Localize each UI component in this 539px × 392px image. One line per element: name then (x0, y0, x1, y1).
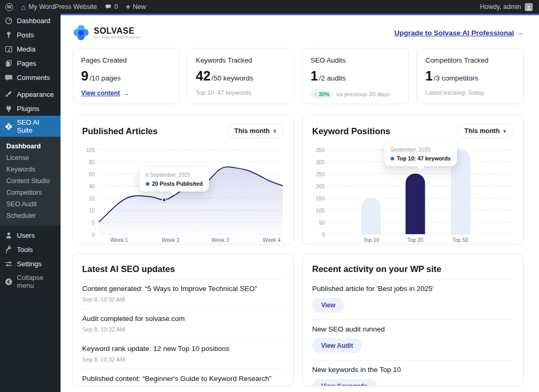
person-icon (525, 4, 532, 11)
update-text: Audit completed for solvase.com (82, 315, 284, 323)
x-axis-tick: Week 3 (211, 237, 229, 243)
recent-activity-card: Recent activity on your WP site Publishe… (302, 253, 524, 386)
sidebar-item-label: SEO AI Suite (17, 118, 56, 134)
submenu-item-keywords[interactable]: Keywords (0, 164, 61, 175)
update-list-item: Published content: “Beginner's Guide to … (82, 369, 284, 386)
stat-card-seo-audits: SEO Audits 1 /2 audits ↑ 30% vs previous… (302, 48, 409, 104)
new-label: New (133, 3, 146, 11)
sidebar-item-tools[interactable]: Tools (0, 243, 61, 257)
sidebar-item-pages[interactable]: Pages (0, 56, 61, 71)
comments-count: 0 (114, 3, 118, 11)
stat-suffix: /3 competitors (434, 74, 478, 82)
view-audit-button[interactable]: View Audit (312, 338, 362, 353)
sidebar-item-label: Pages (17, 59, 36, 67)
submenu-item-license[interactable]: License (0, 152, 61, 164)
sidebar-item-comments[interactable]: Comments (0, 71, 61, 85)
wp-admin-sidebar: Dashboard Posts Media Pages Comments App… (0, 14, 61, 392)
x-axis-tick: Week 2 (162, 237, 179, 243)
series-dot-icon (391, 157, 394, 160)
activity-list-item: New keywords in the Top 10 View Keywords (312, 360, 514, 386)
comment-bubble-icon (4, 73, 13, 82)
gauge-icon (4, 16, 13, 25)
site-name-link[interactable]: ⌂ My WordPress Website (21, 3, 97, 11)
keyword-positions-chart-card: Keyword Positions This month ∨ 350 300 2… (302, 115, 524, 245)
submenu-item-content-studio[interactable]: Content Studio (0, 175, 61, 187)
view-button[interactable]: View (312, 298, 344, 313)
sidebar-item-seo-ai-suite[interactable]: SEO AI Suite (0, 116, 61, 137)
pushpin-icon (4, 31, 13, 39)
bar-top-10[interactable] (362, 198, 381, 234)
submenu-item-dashboard[interactable]: Dashboard (0, 140, 61, 152)
view-keywords-button[interactable]: View Keywords (312, 379, 376, 386)
update-list-item: Audit completed for solvase.com Sep 8, 1… (82, 309, 284, 339)
y-axis-tick: 10 (89, 208, 95, 214)
sidebar-item-label: Tools (17, 246, 33, 254)
activity-list-item: Published article for 'Best jobs in 2025… (312, 279, 514, 319)
site-name-label: My WordPress Website (28, 3, 97, 11)
brand-name: SOLVASE (94, 26, 140, 36)
new-content-menu[interactable]: + New (126, 3, 146, 11)
y-axis-tick: 60 (89, 172, 95, 177)
sidebar-item-appearance[interactable]: Appearance (0, 87, 61, 102)
user-avatar[interactable] (525, 3, 533, 11)
bar-top-20[interactable] (406, 174, 425, 234)
x-axis-tick: Week 4 (263, 237, 281, 243)
y-axis-tick: 200 (316, 184, 325, 189)
highlighted-data-point[interactable] (162, 198, 166, 203)
x-axis-tick: Week 1 (111, 237, 128, 243)
collapse-arrow-icon (4, 277, 13, 286)
sidebar-item-settings[interactable]: Settings (0, 257, 61, 271)
update-timestamp: Sep 8, 10:32 AM (82, 326, 284, 333)
stat-title: Pages Created (81, 56, 171, 64)
seo-ai-suite-submenu: Dashboard License Keywords Content Studi… (0, 137, 61, 226)
period-selector-dropdown[interactable]: This month ∨ (227, 124, 284, 138)
sidebar-item-label: Posts (17, 31, 34, 39)
wp-admin-bar: W ⌂ My WordPress Website 0 + New Howdy, … (0, 0, 539, 14)
sidebar-item-label: Comments (17, 74, 50, 82)
comments-admin-link[interactable]: 0 (105, 3, 118, 11)
sidebar-item-media[interactable]: Media (0, 42, 61, 56)
plug-icon (4, 104, 13, 113)
pages-icon (4, 59, 13, 68)
submenu-item-seo-audit[interactable]: SEO Audit (0, 198, 61, 210)
card-title: Latest AI SEO updates (82, 257, 284, 279)
stat-card-competitors-tracked: Competitors Tracked 1 /3 competitors Lat… (416, 48, 524, 104)
bar-chart-tooltip: September, 2025 Top 10: 47 keywords (384, 142, 457, 166)
solvase-brand: SOLVASE FULL AI SEO AUTOMATION FOR WP (72, 24, 140, 42)
activity-text: Published article for 'Best jobs in 2025… (312, 285, 514, 293)
period-selector-dropdown[interactable]: This month ∨ (457, 124, 514, 138)
stat-title: Competitors Tracked (425, 56, 515, 64)
upgrade-link[interactable]: Upgrade to Solvase AI Professional → (394, 29, 524, 37)
sidebar-item-users[interactable]: Users (0, 228, 61, 243)
stat-value: 42 (196, 69, 211, 83)
home-icon: ⌂ (21, 3, 26, 11)
wp-logo-menu[interactable]: W (5, 3, 13, 11)
y-axis-tick: 0 (322, 232, 325, 238)
collapse-menu-button[interactable]: Collapse menu (0, 271, 61, 292)
bar-chart-plot-area: 350 300 250 200 150 100 50 0 September, … (329, 149, 513, 234)
y-axis-tick: 150 (316, 196, 325, 202)
sliders-icon (4, 259, 13, 268)
sidebar-item-posts[interactable]: Posts (0, 28, 61, 42)
sidebar-item-dashboard[interactable]: Dashboard (0, 14, 61, 28)
submenu-item-scheduler[interactable]: Scheduler (0, 210, 61, 222)
submenu-item-competitors[interactable]: Competitors (0, 187, 61, 198)
brand-tagline: FULL AI SEO AUTOMATION FOR WP (94, 36, 140, 39)
y-axis-tick: 250 (316, 172, 325, 177)
chevron-down-icon: ∨ (503, 128, 506, 134)
growth-badge: ↑ 30% (311, 89, 333, 99)
sidebar-item-label: Dashboard (17, 17, 51, 25)
line-chart-plot-area: 100 80 60 40 20 10 5 0 (99, 149, 283, 234)
stat-note: Top 10: 47 keywords (196, 89, 251, 96)
stat-note: Latest tracking: Today (425, 89, 484, 96)
stat-suffix: /2 audits (319, 74, 346, 82)
y-axis-tick: 80 (89, 159, 95, 165)
chart-title: Keyword Positions (312, 126, 391, 136)
tooltip-date: 6 September, 2025 (146, 172, 203, 178)
x-axis-tick: Top 10 (363, 237, 379, 243)
howdy-admin-link[interactable]: Howdy, admin (480, 3, 521, 11)
update-list-item: Keyword rank update: 12 new Top 10 posit… (82, 339, 284, 369)
y-axis-tick: 50 (319, 220, 325, 226)
sidebar-item-plugins[interactable]: Plugins (0, 102, 61, 116)
view-content-link[interactable]: View content (81, 89, 120, 97)
